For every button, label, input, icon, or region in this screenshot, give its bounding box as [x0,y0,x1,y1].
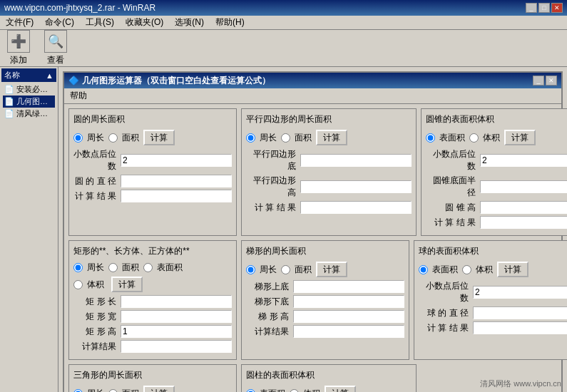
rect-input-2[interactable] [121,325,232,338]
para-radio-perimeter[interactable] [246,133,255,143]
sphere-input-1[interactable] [473,306,567,319]
sphere-radio-surface[interactable] [419,265,428,274]
minimize-btn[interactable]: _ [526,3,537,13]
menu-file[interactable]: 文件(F) [3,16,36,29]
para-label-1: 平行四边形高 [246,175,296,199]
circle-input-2[interactable] [121,190,232,202]
calc-content-row2: 矩形的**、长方体、正方体的** 周长 面积 表面积 体积 计算 [64,240,561,364]
circle-perimeter-label: 周长 [87,132,104,144]
para-calc-btn[interactable]: 计算 [316,130,347,145]
tri-radio-perimeter[interactable] [73,389,83,393]
para-radio-area[interactable] [281,133,290,143]
circle-calc-btn[interactable]: 计算 [143,130,175,145]
cone-label-3: 计 算 结 果 [426,217,476,229]
circle-radio-area[interactable] [108,133,118,143]
sphere-radio-volume[interactable] [462,265,471,274]
cyl-calc-btn[interactable]: 计算 [325,386,356,392]
rectangle-title: 矩形的**、长方体、正方体的** [73,245,232,257]
circle-field-0: 小数点后位数 [73,148,232,172]
sidebar-item-0[interactable]: 📄 安装必看.tx [3,83,55,96]
sphere-section: 球的表面积体积 表面积 体积 计算 小数点后位数 球 的 直 径 [414,240,567,360]
cone-radio-surface[interactable] [426,133,435,143]
rect-input-3[interactable] [121,340,232,353]
help-text: 帮助 [70,91,87,100]
rect-volume-label: 体积 [87,279,104,291]
rect-calc-btn[interactable]: 计算 [111,277,143,292]
title-text: www.vipcn.com-jhtxysq_2.rar - WinRAR [4,3,155,13]
cyl-radio-surface[interactable] [246,389,255,393]
rect-radio-surface[interactable] [143,263,153,272]
close-btn[interactable]: ✕ [551,3,563,13]
trap-radio-perimeter[interactable] [246,265,255,274]
cone-radio-row: 表面积 体积 计算 [426,130,567,145]
tri-radio-area[interactable] [108,389,118,393]
cyl-radio-volume[interactable] [290,389,299,393]
trap-input-2[interactable] [293,310,404,323]
para-field-1: 平行四边形高 [246,175,412,199]
cone-input-1[interactable] [480,180,567,193]
cone-surface-label: 表面积 [439,132,465,144]
rect-input-1[interactable] [121,310,232,323]
menu-help[interactable]: 帮助(H) [213,16,247,29]
rect-field-3: 计算结果 [73,340,232,353]
trap-label-1: 梯形下底 [246,296,289,308]
rect-radio-perimeter[interactable] [73,263,83,272]
trap-label-2: 梯 形 高 [246,311,289,323]
trap-field-0: 梯形上底 [246,280,404,293]
para-input-0[interactable] [300,154,412,167]
sphere-input-0[interactable] [473,286,567,299]
rect-radio-volume[interactable] [73,280,83,289]
sphere-field-0: 小数点后位数 [419,280,567,304]
app-minimize-btn[interactable]: _ [533,76,544,86]
help-bar: 帮助 [64,88,561,104]
sphere-title: 球的表面积体积 [419,245,567,257]
rect-perimeter-label: 周长 [87,262,104,274]
rect-surface-label: 表面积 [157,262,183,274]
trap-input-1[interactable] [293,295,404,308]
triangle-title: 三角形的周长面积 [73,369,232,381]
calc-content-row1: 圆的周长面积 周长 面积 计算 小数点后位数 圆 的 直 径 [64,104,561,240]
menu-tools[interactable]: 工具(S) [83,16,117,29]
sidebar: 名称 ▲ 📄 安装必看.tx 📄 几何图形运算 📄 清风绿色软件 [0,67,58,392]
menu-command[interactable]: 命令(C) [42,16,77,29]
menu-favorites[interactable]: 收藏夹(O) [123,16,166,29]
circle-radio-perimeter[interactable] [73,133,83,143]
rect-input-0[interactable] [121,295,232,308]
add-label: 添加 [10,54,27,66]
tri-area-label: 面积 [122,388,139,393]
cone-input-0[interactable] [480,154,567,167]
sidebar-item-1[interactable]: 📄 几何图形运算 [3,96,55,108]
para-input-2[interactable] [300,201,412,214]
rect-label-3: 计算结果 [73,341,116,353]
cone-input-3[interactable] [480,216,567,229]
sidebar-item-2[interactable]: 📄 清风绿色软件 [3,108,55,120]
cone-radio-volume[interactable] [469,133,479,143]
triangle-radio-row: 周长 面积 计算 [73,386,232,392]
sphere-input-2[interactable] [473,321,567,334]
trap-radio-area[interactable] [281,265,290,274]
sphere-field-1: 球 的 直 径 [419,306,567,319]
app-close-btn[interactable]: ✕ [546,76,557,86]
rect-field-0: 矩 形 长 [73,295,232,308]
maximize-btn[interactable]: □ [538,3,550,13]
circle-label-2: 计 算 结 果 [73,190,116,202]
trap-field-2: 梯 形 高 [246,310,404,323]
watermark: 清风网络 www.vipcn.cn [480,378,561,389]
trap-area-label: 面积 [295,264,312,276]
trap-input-0[interactable] [293,280,404,293]
circle-input-1[interactable] [121,175,232,187]
para-field-0: 平行四边形底 [246,148,412,172]
trap-calc-btn[interactable]: 计算 [316,262,347,277]
rect-radio-area[interactable] [108,263,118,272]
cone-input-2[interactable] [480,201,567,214]
trap-input-3[interactable] [293,325,404,338]
circle-input-0[interactable] [121,154,232,167]
tri-calc-btn[interactable]: 计算 [143,386,175,392]
menu-options[interactable]: 选项(N) [172,16,207,29]
circle-area-label: 面积 [122,132,139,144]
para-input-1[interactable] [300,180,412,193]
sphere-calc-btn[interactable]: 计算 [497,262,528,277]
add-button[interactable]: ➕ 添加 [3,29,34,68]
cone-calc-btn[interactable]: 计算 [504,130,536,145]
view-button[interactable]: 🔍 查看 [40,29,71,68]
